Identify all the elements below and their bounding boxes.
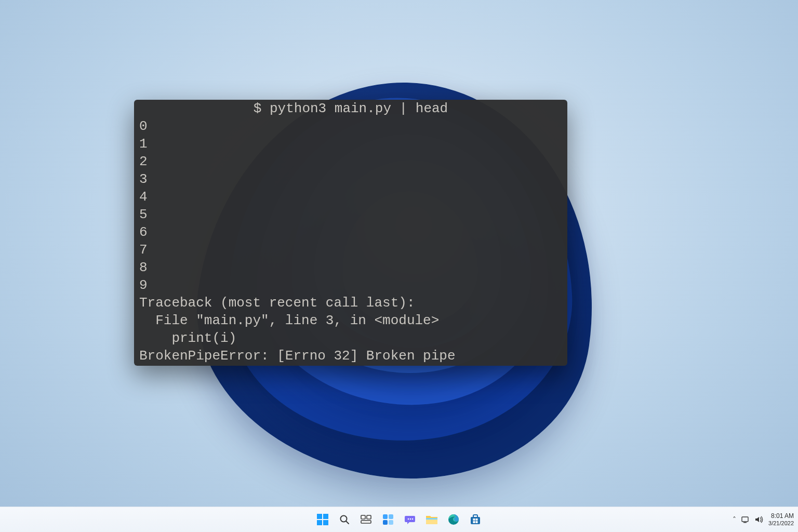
task-view-button[interactable] (357, 510, 376, 529)
output-line: 7 (139, 241, 562, 259)
edge-button[interactable] (444, 510, 463, 529)
svg-rect-20 (473, 515, 477, 517)
terminal-command-line: $ python3 main.py | head (134, 100, 567, 117)
traceback-code: print(i) (139, 329, 562, 347)
taskbar-clock[interactable]: 8:01 AM 3/21/2022 (768, 512, 794, 527)
svg-rect-24 (476, 521, 478, 523)
output-line: 0 (139, 117, 562, 135)
start-button[interactable] (313, 510, 332, 529)
svg-rect-10 (389, 514, 393, 519)
widgets-icon (382, 514, 394, 525)
svg-rect-23 (473, 521, 475, 523)
search-button[interactable] (335, 510, 354, 529)
svg-line-5 (347, 522, 349, 524)
traceback-header: Traceback (most recent call last): (139, 294, 562, 312)
volume-icon[interactable] (755, 516, 763, 523)
svg-rect-12 (389, 520, 393, 525)
start-icon (317, 514, 328, 525)
svg-rect-8 (361, 521, 371, 523)
svg-rect-1 (323, 514, 328, 519)
output-line: 2 (139, 153, 562, 170)
svg-point-14 (410, 518, 411, 520)
output-line: 4 (139, 188, 562, 206)
output-line: 1 (139, 135, 562, 153)
output-line: 6 (139, 223, 562, 241)
chat-icon (404, 514, 416, 525)
chat-button[interactable] (401, 510, 419, 529)
output-line: 5 (139, 206, 562, 223)
system-tray: ˄ 8:01 AM 3/21/2022 (733, 507, 794, 532)
svg-rect-25 (742, 517, 748, 522)
traceback-file: File "main.py", line 3, in <module> (139, 312, 562, 329)
clock-date: 3/21/2022 (768, 520, 794, 527)
microsoft-store-button[interactable] (466, 510, 485, 529)
terminal-output: 0 1 2 3 4 5 6 7 8 9 Traceback (most rece… (134, 117, 567, 366)
task-view-icon (361, 515, 372, 524)
svg-rect-9 (383, 514, 388, 519)
svg-point-13 (408, 518, 409, 520)
terminal-command: $ python3 main.py | head (254, 100, 448, 117)
file-explorer-icon (425, 514, 438, 525)
svg-point-15 (412, 518, 414, 520)
svg-rect-7 (367, 515, 371, 519)
clock-time: 8:01 AM (768, 512, 794, 520)
search-icon (339, 514, 350, 525)
svg-rect-19 (471, 517, 480, 524)
svg-rect-21 (473, 518, 475, 521)
network-icon[interactable] (741, 516, 750, 523)
terminal-window[interactable]: $ python3 main.py | head 0 1 2 3 4 5 6 7… (134, 100, 567, 366)
output-line: 8 (139, 259, 562, 276)
widgets-button[interactable] (379, 510, 397, 529)
output-line: 9 (139, 276, 562, 294)
output-line: 3 (139, 170, 562, 188)
svg-point-4 (341, 516, 347, 522)
svg-rect-17 (426, 518, 437, 520)
taskbar-center-items (313, 507, 485, 532)
traceback-error: BrokenPipeError: [Errno 32] Broken pipe (139, 347, 562, 365)
file-explorer-button[interactable] (422, 510, 441, 529)
svg-rect-11 (383, 520, 388, 525)
microsoft-store-icon (470, 514, 481, 525)
svg-rect-3 (323, 520, 328, 525)
svg-rect-6 (361, 515, 365, 519)
tray-overflow-chevron-icon[interactable]: ˄ (733, 515, 736, 524)
edge-icon (448, 514, 459, 525)
svg-rect-0 (317, 514, 322, 519)
svg-rect-22 (476, 518, 478, 521)
taskbar: ˄ 8:01 AM 3/21/2022 (0, 507, 798, 532)
svg-rect-2 (317, 520, 322, 525)
svg-rect-26 (743, 522, 747, 523)
